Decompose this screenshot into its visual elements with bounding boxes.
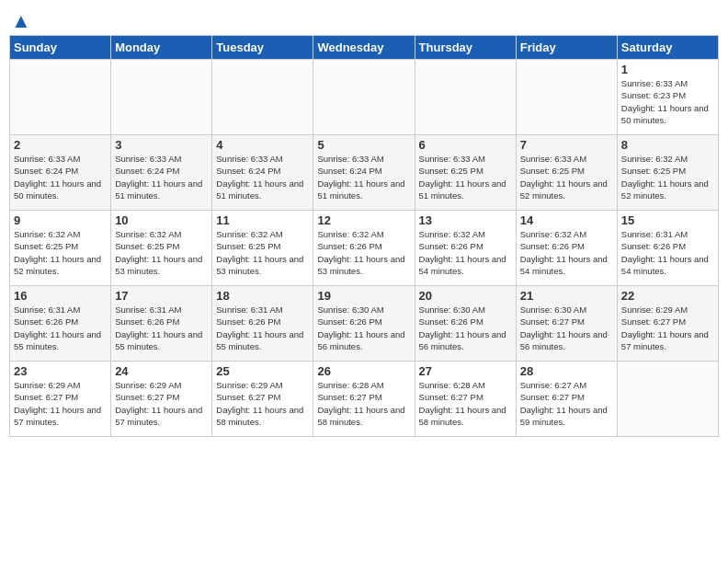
- calendar-cell: 8Sunrise: 6:32 AM Sunset: 6:25 PM Daylig…: [617, 135, 718, 211]
- day-number: 11: [216, 213, 309, 227]
- calendar-day-header: Sunday: [10, 36, 111, 60]
- cell-content: Sunrise: 6:32 AM Sunset: 6:25 PM Dayligh…: [621, 153, 714, 201]
- calendar-cell: 2Sunrise: 6:33 AM Sunset: 6:24 PM Daylig…: [10, 135, 111, 211]
- calendar-week-row: 23Sunrise: 6:29 AM Sunset: 6:27 PM Dayli…: [10, 362, 719, 437]
- calendar-cell: 9Sunrise: 6:32 AM Sunset: 6:25 PM Daylig…: [10, 211, 111, 286]
- day-number: 15: [621, 213, 714, 227]
- calendar-day-header: Saturday: [617, 36, 718, 60]
- cell-content: Sunrise: 6:33 AM Sunset: 6:24 PM Dayligh…: [216, 153, 309, 201]
- calendar-cell: [111, 60, 212, 135]
- cell-content: Sunrise: 6:30 AM Sunset: 6:26 PM Dayligh…: [419, 304, 512, 352]
- calendar-cell: 20Sunrise: 6:30 AM Sunset: 6:26 PM Dayli…: [415, 286, 516, 362]
- calendar-cell: 3Sunrise: 6:33 AM Sunset: 6:24 PM Daylig…: [111, 135, 212, 211]
- calendar-cell: 1Sunrise: 6:33 AM Sunset: 6:23 PM Daylig…: [617, 60, 718, 135]
- calendar-day-header: Monday: [111, 36, 212, 60]
- page: ▲ SundayMondayTuesdayWednesdayThursdayFr…: [0, 0, 728, 563]
- calendar-table: SundayMondayTuesdayWednesdayThursdayFrid…: [9, 35, 719, 437]
- calendar-cell: 14Sunrise: 6:32 AM Sunset: 6:26 PM Dayli…: [516, 211, 617, 286]
- cell-content: Sunrise: 6:32 AM Sunset: 6:25 PM Dayligh…: [115, 228, 208, 277]
- cell-content: Sunrise: 6:27 AM Sunset: 6:27 PM Dayligh…: [520, 379, 613, 428]
- calendar-cell: 17Sunrise: 6:31 AM Sunset: 6:26 PM Dayli…: [111, 286, 212, 362]
- calendar-body: 1Sunrise: 6:33 AM Sunset: 6:23 PM Daylig…: [10, 60, 719, 437]
- day-number: 2: [14, 138, 107, 152]
- day-number: 26: [317, 364, 410, 378]
- calendar-day-header: Wednesday: [313, 36, 415, 60]
- calendar-cell: 10Sunrise: 6:32 AM Sunset: 6:25 PM Dayli…: [111, 211, 212, 286]
- day-number: 20: [419, 289, 512, 303]
- cell-content: Sunrise: 6:33 AM Sunset: 6:23 PM Dayligh…: [621, 77, 714, 126]
- day-number: 8: [621, 138, 714, 152]
- calendar-cell: 13Sunrise: 6:32 AM Sunset: 6:26 PM Dayli…: [415, 211, 516, 286]
- calendar-week-row: 2Sunrise: 6:33 AM Sunset: 6:24 PM Daylig…: [10, 135, 719, 211]
- calendar-cell: 6Sunrise: 6:33 AM Sunset: 6:25 PM Daylig…: [415, 135, 516, 211]
- cell-content: Sunrise: 6:29 AM Sunset: 6:27 PM Dayligh…: [216, 379, 309, 428]
- cell-content: Sunrise: 6:33 AM Sunset: 6:25 PM Dayligh…: [419, 153, 512, 201]
- header: ▲: [9, 9, 719, 28]
- cell-content: Sunrise: 6:31 AM Sunset: 6:26 PM Dayligh…: [216, 304, 309, 352]
- day-number: 7: [520, 138, 613, 152]
- calendar-week-row: 9Sunrise: 6:32 AM Sunset: 6:25 PM Daylig…: [10, 211, 719, 286]
- day-number: 6: [419, 138, 512, 152]
- calendar-cell: 24Sunrise: 6:29 AM Sunset: 6:27 PM Dayli…: [111, 362, 212, 437]
- day-number: 12: [317, 213, 410, 227]
- calendar-cell: 11Sunrise: 6:32 AM Sunset: 6:25 PM Dayli…: [212, 211, 313, 286]
- cell-content: Sunrise: 6:31 AM Sunset: 6:26 PM Dayligh…: [621, 228, 714, 277]
- day-number: 5: [317, 138, 410, 152]
- day-number: 19: [317, 289, 410, 303]
- calendar-cell: 15Sunrise: 6:31 AM Sunset: 6:26 PM Dayli…: [617, 211, 718, 286]
- day-number: 13: [419, 213, 512, 227]
- cell-content: Sunrise: 6:33 AM Sunset: 6:24 PM Dayligh…: [14, 153, 107, 201]
- cell-content: Sunrise: 6:28 AM Sunset: 6:27 PM Dayligh…: [419, 379, 512, 428]
- calendar-cell: 19Sunrise: 6:30 AM Sunset: 6:26 PM Dayli…: [313, 286, 415, 362]
- calendar-day-header: Friday: [516, 36, 617, 60]
- day-number: 9: [14, 213, 107, 227]
- calendar-cell: [10, 60, 111, 135]
- cell-content: Sunrise: 6:29 AM Sunset: 6:27 PM Dayligh…: [115, 379, 208, 428]
- calendar-cell: 21Sunrise: 6:30 AM Sunset: 6:27 PM Dayli…: [516, 286, 617, 362]
- cell-content: Sunrise: 6:33 AM Sunset: 6:25 PM Dayligh…: [520, 153, 613, 201]
- calendar-day-header: Thursday: [415, 36, 516, 60]
- calendar-cell: 16Sunrise: 6:31 AM Sunset: 6:26 PM Dayli…: [10, 286, 111, 362]
- calendar-cell: 12Sunrise: 6:32 AM Sunset: 6:26 PM Dayli…: [313, 211, 415, 286]
- calendar-cell: 7Sunrise: 6:33 AM Sunset: 6:25 PM Daylig…: [516, 135, 617, 211]
- calendar-cell: [415, 60, 516, 135]
- calendar-cell: [617, 362, 718, 437]
- day-number: 16: [14, 289, 107, 303]
- day-number: 10: [115, 213, 208, 227]
- calendar-cell: 5Sunrise: 6:33 AM Sunset: 6:24 PM Daylig…: [313, 135, 415, 211]
- cell-content: Sunrise: 6:31 AM Sunset: 6:26 PM Dayligh…: [115, 304, 208, 352]
- calendar-cell: 23Sunrise: 6:29 AM Sunset: 6:27 PM Dayli…: [10, 362, 111, 437]
- cell-content: Sunrise: 6:30 AM Sunset: 6:27 PM Dayligh…: [520, 304, 613, 352]
- logo: ▲: [9, 9, 31, 28]
- calendar-cell: 27Sunrise: 6:28 AM Sunset: 6:27 PM Dayli…: [415, 362, 516, 437]
- calendar-cell: 18Sunrise: 6:31 AM Sunset: 6:26 PM Dayli…: [212, 286, 313, 362]
- day-number: 1: [621, 63, 714, 76]
- calendar-cell: 28Sunrise: 6:27 AM Sunset: 6:27 PM Dayli…: [516, 362, 617, 437]
- day-number: 23: [14, 364, 107, 378]
- calendar-cell: [313, 60, 415, 135]
- day-number: 21: [520, 289, 613, 303]
- cell-content: Sunrise: 6:32 AM Sunset: 6:25 PM Dayligh…: [14, 228, 107, 277]
- logo-icon: ▲: [11, 9, 31, 33]
- day-number: 24: [115, 364, 208, 378]
- cell-content: Sunrise: 6:29 AM Sunset: 6:27 PM Dayligh…: [14, 379, 107, 428]
- cell-content: Sunrise: 6:32 AM Sunset: 6:26 PM Dayligh…: [419, 228, 512, 277]
- cell-content: Sunrise: 6:32 AM Sunset: 6:26 PM Dayligh…: [317, 228, 410, 277]
- day-number: 27: [419, 364, 512, 378]
- day-number: 14: [520, 213, 613, 227]
- calendar-cell: [516, 60, 617, 135]
- calendar-cell: 22Sunrise: 6:29 AM Sunset: 6:27 PM Dayli…: [617, 286, 718, 362]
- cell-content: Sunrise: 6:28 AM Sunset: 6:27 PM Dayligh…: [317, 379, 410, 428]
- day-number: 3: [115, 138, 208, 152]
- calendar-week-row: 1Sunrise: 6:33 AM Sunset: 6:23 PM Daylig…: [10, 60, 719, 135]
- day-number: 25: [216, 364, 309, 378]
- cell-content: Sunrise: 6:29 AM Sunset: 6:27 PM Dayligh…: [621, 304, 714, 352]
- calendar-week-row: 16Sunrise: 6:31 AM Sunset: 6:26 PM Dayli…: [10, 286, 719, 362]
- day-number: 28: [520, 364, 613, 378]
- calendar-day-header: Tuesday: [212, 36, 313, 60]
- calendar-cell: 4Sunrise: 6:33 AM Sunset: 6:24 PM Daylig…: [212, 135, 313, 211]
- cell-content: Sunrise: 6:30 AM Sunset: 6:26 PM Dayligh…: [317, 304, 410, 352]
- cell-content: Sunrise: 6:32 AM Sunset: 6:25 PM Dayligh…: [216, 228, 309, 277]
- day-number: 17: [115, 289, 208, 303]
- cell-content: Sunrise: 6:31 AM Sunset: 6:26 PM Dayligh…: [14, 304, 107, 352]
